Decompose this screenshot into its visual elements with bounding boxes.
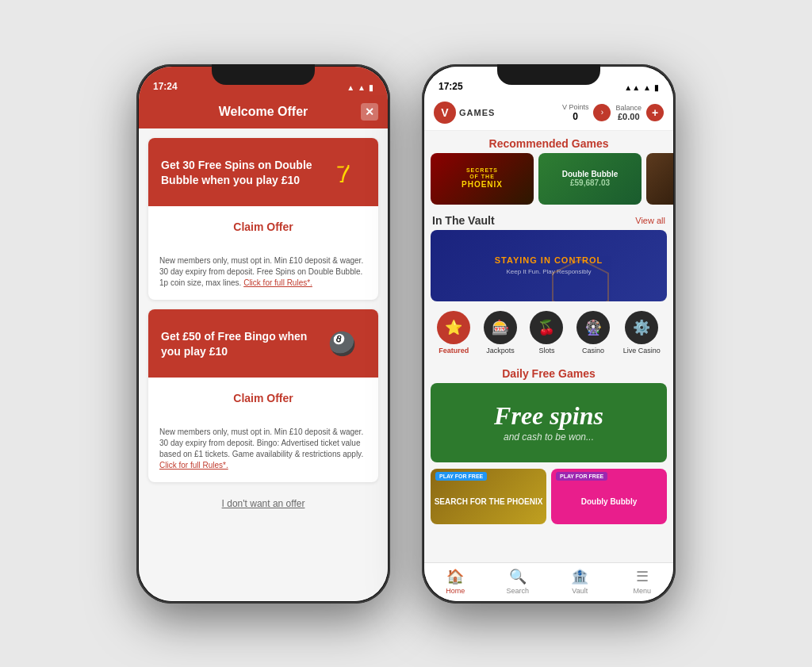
notch-2	[497, 64, 600, 85]
bottom-nav: 🏠 Home 🔍 Search 🏦 Vault ☰ Menu	[424, 562, 673, 601]
bingo-icon: 🎱	[328, 331, 356, 357]
categories-row: ⭐ Featured 🎰 Jackpots 🍒 Slots 🎡 Casino ⚙…	[424, 308, 673, 361]
play-free-badge-2: PLAY FOR FREE	[556, 472, 607, 481]
offer-1-header: Get 30 Free Spins on Double Bubble when …	[148, 138, 378, 206]
balance-col: Balance £0.00	[615, 104, 642, 121]
casino-label: Casino	[582, 347, 604, 355]
featured-label: Featured	[439, 347, 469, 355]
game-card-bubble[interactable]: Double Bubble £59,687.03	[538, 153, 642, 205]
offer-2-icon: 🎱	[318, 320, 366, 368]
slots-label: Slots	[538, 347, 554, 355]
claim-offer-1-button[interactable]: Claim Offer	[208, 214, 318, 240]
vpoints-col: V Points 0	[562, 103, 589, 122]
bubble-image: Double Bubble £59,687.03	[538, 153, 642, 205]
welcome-header: Welcome Offer ✕	[139, 95, 388, 128]
bottom-card-1-text: SEARCH FOR THE PHOENIX	[431, 494, 546, 510]
jackpots-label: Jackpots	[486, 347, 515, 355]
category-slots[interactable]: 🍒 Slots	[530, 311, 563, 355]
battery-icon-2: ▮	[654, 83, 659, 92]
vpoints-value: 0	[573, 111, 578, 122]
vault-header: In The Vault View all	[424, 211, 673, 230]
phone-2: 17:25 ▲▲ ▲ ▮ V GAMES V Points 0 › Balanc…	[422, 64, 676, 604]
offer-card-2: Get £50 of Free Bingo when you play £10 …	[148, 309, 378, 482]
offer-1-rules-link[interactable]: Click for full Rules*.	[243, 278, 312, 287]
casino-icon: 🎡	[576, 311, 610, 344]
vault-banner[interactable]: STAYING IN CONTROL Keep It Fun. Play Res…	[431, 230, 667, 301]
phoenix-image: SECRETS OF THE PHOENIX	[431, 153, 534, 205]
category-casino[interactable]: 🎡 Casino	[576, 311, 610, 355]
add-funds-button[interactable]: +	[646, 104, 664, 121]
live-casino-icon: ⚙️	[625, 311, 658, 344]
nav-menu[interactable]: ☰ Menu	[611, 568, 674, 595]
offer-card-1: Get 30 Free Spins on Double Bubble when …	[148, 138, 378, 300]
offer-2-title: Get £50 of Free Bingo when you play £10	[161, 329, 318, 358]
bottom-card-2-text: Doubly Bubbly	[578, 494, 641, 510]
seven-icon: 7	[335, 158, 349, 187]
vault-banner-title: STAYING IN CONTROL	[495, 255, 603, 266]
offer-2-rules-link[interactable]: Click for full Rules*.	[159, 461, 228, 470]
offer-2-header: Get £50 of Free Bingo when you play £10 …	[148, 309, 378, 378]
welcome-title: Welcome Offer	[219, 105, 308, 118]
no-offer-link[interactable]: I don't want an offer	[148, 492, 378, 516]
bottom-card-bubbly[interactable]: PLAY FOR FREE Doubly Bubbly	[551, 469, 667, 524]
nav-menu-label: Menu	[633, 587, 651, 595]
nav-search[interactable]: 🔍 Search	[487, 568, 550, 595]
nav-home-label: Home	[446, 587, 465, 595]
claim-offer-2-button[interactable]: Claim Offer	[208, 385, 318, 411]
status-icons-2: ▲▲ ▲ ▮	[624, 83, 659, 92]
search-icon: 🔍	[509, 568, 527, 585]
vault-icon: 🏦	[571, 568, 588, 585]
vg-header: V GAMES V Points 0 › Balance £0.00 +	[424, 95, 673, 131]
balance-label: Balance	[615, 104, 642, 112]
jackpots-icon: 🎰	[484, 311, 517, 344]
vg-content: Recommended Games SECRETS OF THE PHOENIX…	[424, 131, 673, 562]
featured-icon: ⭐	[437, 311, 470, 344]
signal-icon: ▲	[347, 83, 354, 92]
offers-list: Get 30 Free Spins on Double Bubble when …	[139, 128, 388, 601]
balance-value: £0.00	[618, 112, 640, 121]
vpoints-arrow-button[interactable]: ›	[593, 104, 611, 121]
offer-1-terms: New members only, must opt in. Min £10 d…	[148, 247, 378, 300]
game-card-3[interactable]	[646, 153, 673, 205]
bottom-card-phoenix[interactable]: PLAY FOR FREE SEARCH FOR THE PHOENIX	[431, 469, 546, 524]
virgin-logo-icon: V	[434, 102, 456, 124]
vpoints-label: V Points	[562, 103, 589, 111]
signal-icon-2: ▲▲	[624, 83, 640, 92]
free-spins-text: Free spins	[494, 403, 603, 428]
offer-1-title: Get 30 Free Spins on Double Bubble when …	[161, 158, 318, 186]
vault-title: In The Vault	[432, 214, 495, 227]
category-jackpots[interactable]: 🎰 Jackpots	[484, 311, 517, 355]
daily-free-games-banner[interactable]: Free spins and cash to be won...	[431, 383, 667, 462]
category-featured[interactable]: ⭐ Featured	[437, 311, 470, 355]
offer-2-terms: New members only, must opt in. Min £10 d…	[148, 419, 378, 482]
close-button[interactable]: ✕	[361, 103, 378, 121]
category-live-casino[interactable]: ⚙️ Live Casino	[623, 311, 661, 355]
offer-1-icon: 7	[318, 149, 366, 197]
game-card-phoenix[interactable]: SECRETS OF THE PHOENIX	[431, 153, 534, 205]
game-2-jackpot: £59,687.03	[570, 178, 610, 187]
bottom-cards-row: PLAY FOR FREE SEARCH FOR THE PHOENIX PLA…	[424, 469, 673, 531]
menu-icon: ☰	[636, 568, 649, 585]
vg-logo: V GAMES	[434, 102, 562, 124]
notch	[212, 64, 315, 85]
close-icon: ✕	[365, 105, 374, 118]
home-icon: 🏠	[446, 568, 464, 585]
daily-title: Daily Free Games	[424, 361, 673, 383]
wifi-icon-2: ▲	[643, 83, 651, 92]
play-free-badge-1: PLAY FOR FREE	[435, 472, 487, 481]
status-icons-1: ▲ ▲ ▮	[347, 83, 373, 92]
slots-icon: 🍒	[530, 311, 563, 344]
vg-points-area: V Points 0 › Balance £0.00 +	[562, 103, 664, 122]
nav-vault-label: Vault	[572, 587, 588, 595]
recommended-title: Recommended Games	[424, 131, 673, 153]
free-spins-sub: and cash to be won...	[504, 431, 594, 443]
recommended-games-row: SECRETS OF THE PHOENIX Double Bubble £59…	[424, 153, 673, 211]
phone-1: 17:24 ▲ ▲ ▮ Welcome Offer ✕ Get 30 Free …	[136, 64, 390, 604]
nav-home[interactable]: 🏠 Home	[424, 568, 487, 595]
vg-logo-text: GAMES	[459, 108, 495, 117]
live-casino-label: Live Casino	[623, 347, 661, 355]
nav-vault[interactable]: 🏦 Vault	[549, 568, 611, 595]
battery-icon: ▮	[369, 83, 373, 92]
nav-search-label: Search	[506, 587, 529, 595]
vault-view-all-link[interactable]: View all	[635, 216, 665, 225]
